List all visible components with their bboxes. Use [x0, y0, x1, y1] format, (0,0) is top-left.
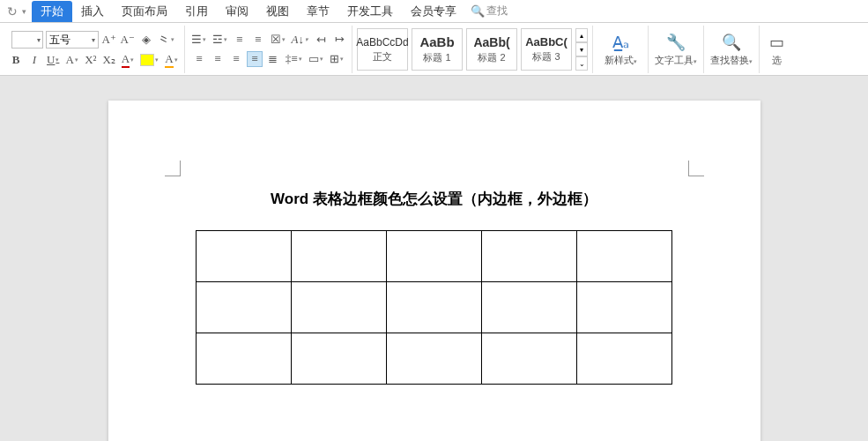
styles-up-icon[interactable]: ▴	[575, 28, 588, 42]
menu-bar: ↻ ▾ 开始 插入 页面布局 引用 审阅 视图 章节 开发工具 会员专享 🔍 查…	[0, 0, 868, 23]
styles-group: AaBbCcDd 正文 AaBb 标题 1 AaBb( 标题 2 AaBbC( …	[352, 26, 593, 73]
numbering-button[interactable]: ☲▾	[211, 32, 229, 48]
tab-devtools[interactable]: 开发工具	[338, 1, 402, 22]
margin-corner-tl	[165, 161, 181, 176]
tab-pagelayout[interactable]: 页面布局	[113, 1, 176, 22]
bullets-button[interactable]: ☰▾	[189, 32, 208, 48]
select-button[interactable]: ▭ 选	[764, 27, 789, 71]
highlight-button[interactable]: ▾	[138, 52, 160, 68]
workspace: Word 表格边框颜色怎么设置（内边框，外边框） 📄▾ I	[0, 76, 868, 441]
search-box[interactable]: 🔍 查找	[471, 4, 508, 19]
distribute-button[interactable]: ≣	[265, 51, 281, 67]
textdir-button[interactable]: A↓▾	[290, 32, 310, 48]
sort-button[interactable]: ☒▾	[269, 32, 287, 48]
tab-insert[interactable]: 插入	[72, 1, 113, 22]
search-placeholder: 查找	[486, 4, 508, 19]
ltr-button[interactable]: ↤	[313, 32, 329, 48]
bold-button[interactable]: B	[8, 52, 24, 68]
indent-increase-button[interactable]: ≡	[250, 32, 266, 48]
newstyle-group: A̲ₐ 新样式▾	[593, 26, 649, 73]
font-name-select[interactable]: ▾	[11, 31, 43, 49]
table-row[interactable]	[197, 282, 672, 333]
styles-down-icon[interactable]: ▾	[575, 42, 588, 56]
charborder-button[interactable]: A▾	[163, 52, 179, 68]
tab-member[interactable]: 会员专享	[402, 1, 465, 22]
align-left-button[interactable]: ≡	[191, 51, 207, 67]
tab-view[interactable]: 视图	[257, 1, 298, 22]
fontcolor-button[interactable]: A▾	[120, 52, 136, 68]
style-normal[interactable]: AaBbCcDd 正文	[357, 28, 408, 71]
styles-more-icon[interactable]: ⌄	[575, 56, 588, 71]
qat-dropdown-icon[interactable]: ▾	[22, 7, 26, 16]
style-heading2[interactable]: AaBb( 标题 2	[466, 28, 517, 71]
align-justify-button[interactable]: ≡	[247, 51, 263, 67]
font-size-select[interactable]: 五号▾	[46, 31, 99, 49]
align-center-button[interactable]: ≡	[210, 51, 226, 67]
quick-access-toolbar: ↻ ▾	[4, 4, 26, 19]
table-row[interactable]	[197, 333, 672, 385]
shading-button[interactable]: ▭▾	[307, 51, 325, 67]
indent-decrease-button[interactable]: ≡	[232, 32, 248, 48]
texttools-group: 🔧 文字工具▾	[649, 26, 704, 73]
search-icon: 🔍	[471, 4, 485, 18]
strike-button[interactable]: A▾	[63, 52, 79, 68]
redo-icon[interactable]: ↻	[4, 4, 20, 19]
linespacing-button[interactable]: ‡≡▾	[284, 51, 304, 67]
styles-scroll: ▴ ▾ ⌄	[575, 28, 588, 71]
find-group: 🔍 查找替换▾	[704, 26, 760, 73]
shrink-font-button[interactable]: A⁻	[120, 32, 136, 48]
magnifier-icon: 🔍	[722, 33, 741, 52]
rtl-button[interactable]: ↦	[331, 32, 347, 48]
wrench-icon: 🔧	[666, 33, 686, 52]
underline-button[interactable]: U▾	[45, 52, 61, 68]
font-group: ▾ 五号▾ A⁺ A⁻ ◈ ⺀▾ B I U▾ A▾ X² X₂ A▾ ▾ A▾	[4, 26, 185, 73]
style-heading1[interactable]: AaBb 标题 1	[412, 28, 463, 71]
table-row[interactable]	[197, 231, 672, 282]
select-icon: ▭	[769, 33, 784, 52]
new-style-icon: A̲ₐ	[612, 33, 629, 52]
document-page[interactable]: Word 表格边框颜色怎么设置（内边框，外边框） 📄▾ I	[108, 101, 760, 441]
text-tools-button[interactable]: 🔧 文字工具▾	[653, 27, 699, 71]
find-replace-button[interactable]: 🔍 查找替换▾	[708, 27, 754, 71]
select-group: ▭ 选	[760, 26, 793, 73]
borders-button[interactable]: ⊞▾	[328, 51, 345, 67]
italic-button[interactable]: I	[26, 52, 42, 68]
align-right-button[interactable]: ≡	[228, 51, 244, 67]
grow-font-button[interactable]: A⁺	[101, 32, 117, 48]
document-table[interactable]	[196, 230, 672, 385]
clear-format-button[interactable]: ◈	[138, 32, 154, 48]
paragraph-group: ☰▾ ☲▾ ≡ ≡ ☒▾ A↓▾ ↤ ↦ ≡ ≡ ≡ ≡ ≣ ‡≡▾ ▭▾ ⊞▾	[185, 26, 352, 73]
document-title[interactable]: Word 表格边框颜色怎么设置（内边框，外边框）	[108, 189, 760, 209]
margin-corner-tr	[688, 161, 704, 176]
superscript-button[interactable]: X²	[83, 52, 99, 68]
tab-home[interactable]: 开始	[32, 1, 72, 22]
phonetic-button[interactable]: ⺀▾	[157, 32, 176, 48]
subscript-button[interactable]: X₂	[101, 52, 117, 68]
style-heading3[interactable]: AaBbC( 标题 3	[521, 28, 572, 71]
new-style-button[interactable]: A̲ₐ 新样式▾	[597, 27, 643, 71]
tab-references[interactable]: 引用	[176, 1, 217, 22]
ribbon-toolbar: ▾ 五号▾ A⁺ A⁻ ◈ ⺀▾ B I U▾ A▾ X² X₂ A▾ ▾ A▾…	[0, 23, 868, 76]
tab-review[interactable]: 审阅	[217, 1, 257, 22]
tab-chapter[interactable]: 章节	[298, 1, 338, 22]
